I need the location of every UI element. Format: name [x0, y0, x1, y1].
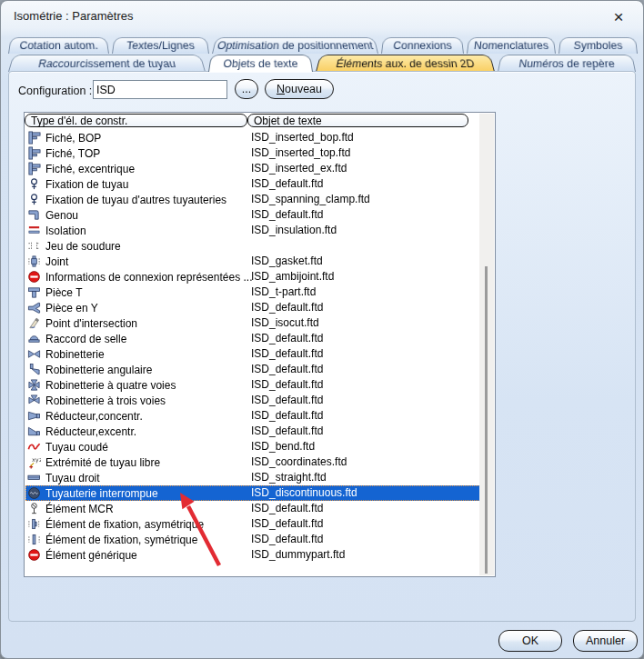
cancel-button[interactable]: Annuler: [573, 630, 638, 652]
row-text-object: ISD_default.ftd: [251, 501, 323, 516]
tab-l-ments-aux-de-dessin-2d[interactable]: Éléments aux. de dessin 2D: [316, 55, 495, 72]
row-text-object: ISD_isocut.ftd: [251, 315, 319, 331]
tab-cotation-autom[interactable]: Cotation autom.: [8, 37, 109, 54]
row-text-object: ISD_straight.ftd: [251, 470, 327, 485]
table-row[interactable]: Robinetterie angulaireISD_default.ftd: [25, 362, 480, 377]
scrollbar-thumb[interactable]: [485, 266, 488, 574]
table-row[interactable]: IsolationISD_insulation.ftd: [25, 223, 480, 238]
list-rows: Fiché, BOPISD_inserted_bop.ftdFiché, TOP…: [25, 130, 480, 563]
row-text-object: ISD_inserted_top.ftd: [251, 145, 350, 161]
tab-raccourcissement-de-tuyau[interactable]: Raccourcissement de tuyau: [8, 55, 206, 72]
table-row[interactable]: GenouISD_default.ftd: [25, 207, 480, 223]
row-type-label: Fixation de tuyau: [45, 178, 128, 191]
table-row[interactable]: Pièce TISD_t-part.ftd: [25, 285, 480, 300]
table-row[interactable]: RobinetterieISD_default.ftd: [25, 346, 480, 362]
row-text-object: ISD_ambijoint.ftd: [251, 269, 334, 285]
table-row[interactable]: Fiché, BOPISD_inserted_bop.ftd: [25, 130, 480, 145]
table-row[interactable]: Raccord de selleISD_default.ftd: [25, 331, 480, 346]
table-row[interactable]: Informations de connexion représentées .…: [25, 269, 480, 285]
row-type-label: Élément MCR: [45, 503, 114, 515]
pipe-inserted-bop-icon: [27, 131, 41, 145]
new-button[interactable]: Nouveau: [265, 79, 334, 99]
title-bar: Isométrie : Paramètres ×: [1, 1, 643, 34]
pipe-inserted-ex-icon: [27, 162, 41, 175]
configuration-input[interactable]: [93, 80, 227, 99]
table-row[interactable]: Pièce en YISD_default.ftd: [25, 300, 480, 315]
row-type-label: Tuyau droit: [45, 472, 100, 484]
wye-icon: [27, 301, 41, 315]
table-row[interactable]: Jeu de soudure: [25, 238, 480, 254]
valve-icon: [27, 347, 41, 361]
row-type-label: Réducteur,excentr.: [45, 425, 136, 438]
tab-content-panel: Configuration : ... Nouveau Type d'él. d…: [8, 71, 636, 622]
table-row[interactable]: Tuyauterie interrompueISD_discontinuous.…: [25, 485, 480, 501]
ok-button[interactable]: OK: [498, 630, 562, 652]
table-row[interactable]: Fiché, TOPISD_inserted_top.ftd: [25, 145, 480, 161]
xyz-coordinates-icon: xyz: [27, 455, 41, 469]
bend-icon: [27, 440, 41, 454]
table-row[interactable]: Fixation de tuyau d'autres tuyauteriesIS…: [25, 192, 480, 207]
row-type-label: Genou: [45, 209, 78, 222]
row-type-label: Robinetterie: [45, 348, 105, 361]
discontinuous-pipe-icon: [27, 486, 41, 500]
tab-objets-de-texte[interactable]: Objets de texte: [208, 55, 313, 72]
tab-row-2: Raccourcissement de tuyauObjets de texte…: [8, 54, 638, 72]
row-type-label: Jeu de soudure: [45, 240, 121, 253]
pipe-clamp-icon: [27, 193, 41, 206]
table-row[interactable]: Fixation de tuyauISD_default.ftd: [25, 176, 480, 192]
mcr-element-icon: [27, 502, 41, 515]
row-text-object: ISD_bend.ftd: [251, 439, 315, 454]
saddle-icon: [27, 332, 41, 345]
row-type-label: Raccord de selle: [45, 333, 126, 345]
row-type-label: Robinetterie à trois voies: [45, 394, 166, 407]
row-text-object: ISD_inserted_ex.ftd: [251, 161, 347, 176]
pipe-clamp-icon: [27, 177, 41, 191]
row-type-label: Élément de fixation, symétrique: [45, 534, 197, 546]
table-row[interactable]: JointISD_gasket.ftd: [25, 254, 480, 269]
fixation-sym-icon: [27, 533, 41, 546]
row-text-object: ISD_discontinuous.ftd: [251, 485, 357, 501]
row-type-label: Joint: [45, 255, 68, 268]
row-type-label: Élément générique: [45, 549, 137, 562]
table-row[interactable]: Robinetterie à quatre voiesISD_default.f…: [25, 377, 480, 393]
isocut-icon: [27, 316, 41, 330]
new-button-label: Nouveau: [266, 83, 333, 95]
tab-textes-lignes[interactable]: Textes/Lignes: [112, 37, 209, 54]
table-row[interactable]: Tuyau droitISD_straight.ftd: [25, 470, 480, 485]
row-text-object: ISD_default.ftd: [251, 532, 323, 547]
table-row[interactable]: Réducteur,excentr.ISD_default.ftd: [25, 424, 480, 439]
row-type-label: Réducteur,concentr.: [45, 410, 143, 423]
tab-connexions[interactable]: Connexions: [381, 37, 464, 54]
insulation-icon: [27, 224, 41, 237]
table-row[interactable]: Robinetterie à trois voiesISD_default.ft…: [25, 393, 480, 408]
table-row[interactable]: Élément MCRISD_default.ftd: [25, 501, 480, 516]
table-row[interactable]: xyzExtrémité de tuyau libreISD_coordinat…: [25, 454, 480, 470]
table-row[interactable]: Réducteur,concentr.ISD_default.ftd: [25, 408, 480, 424]
no-entry-icon: [27, 548, 41, 562]
close-icon[interactable]: ×: [605, 4, 632, 31]
browse-button[interactable]: ...: [235, 79, 258, 99]
tab-optimisation-de-positionnement[interactable]: Optimisation de positionnement: [212, 37, 378, 54]
vertical-scrollbar[interactable]: [479, 114, 494, 575]
table-row[interactable]: Élément de fixation, symétriqueISD_defau…: [25, 532, 480, 547]
table-row[interactable]: Élément de fixation, asymétriqueISD_defa…: [25, 516, 480, 532]
row-type-label: Fiché, excentrique: [45, 163, 135, 175]
row-type-label: Élément de fixation, asymétrique: [45, 518, 204, 531]
tab-nomenclatures[interactable]: Nomenclatures: [467, 37, 556, 54]
row-text-object: ISD_default.ftd: [251, 424, 323, 439]
row-type-label: Fiché, BOP: [45, 132, 101, 145]
table-row[interactable]: Point d'intersectionISD_isocut.ftd: [25, 315, 480, 331]
row-text-object: ISD_gasket.ftd: [251, 254, 323, 269]
column-header-text-object[interactable]: Objet de texte: [247, 114, 468, 127]
table-row[interactable]: Tuyau coudéISD_bend.ftd: [25, 439, 480, 454]
row-type-label: Robinetterie à quatre voies: [45, 379, 176, 392]
column-header-type[interactable]: Type d'él. de constr.: [25, 114, 247, 127]
reducer-ecc-icon: [27, 424, 41, 438]
row-type-label: Point d'intersection: [45, 317, 137, 330]
tab-num-ros-de-rep-re[interactable]: Numéros de repère: [498, 55, 636, 72]
row-text-object: ISD_t-part.ftd: [251, 285, 316, 300]
row-type-label: Pièce en Y: [45, 302, 98, 315]
tab-symboles[interactable]: Symboles: [558, 37, 638, 54]
table-row[interactable]: Fiché, excentriqueISD_inserted_ex.ftd: [25, 161, 480, 176]
table-row[interactable]: Élément génériqueISD_dummypart.ftd: [25, 547, 480, 563]
